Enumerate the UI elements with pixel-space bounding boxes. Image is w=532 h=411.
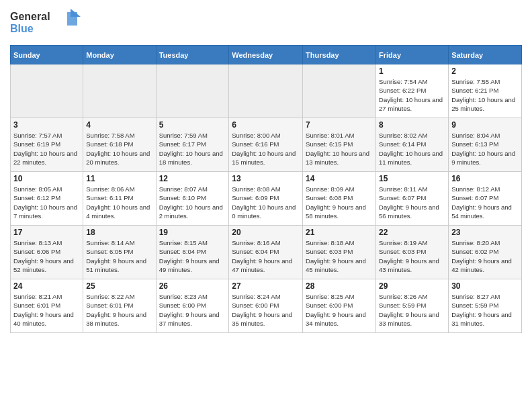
day-cell: 30Sunrise: 8:27 AMSunset: 5:59 PMDayligh… (449, 279, 522, 333)
weekday-header-friday: Friday (376, 46, 449, 64)
day-number: 18 (86, 228, 152, 237)
day-cell: 22Sunrise: 8:19 AMSunset: 6:03 PMDayligh… (376, 226, 449, 279)
day-info: Sunrise: 8:19 AMSunset: 6:03 PMDaylight:… (379, 238, 445, 274)
day-number: 3 (13, 120, 80, 130)
weekday-header-thursday: Thursday (303, 46, 376, 64)
week-row-4: 17Sunrise: 8:13 AMSunset: 6:06 PMDayligh… (11, 226, 522, 279)
day-info: Sunrise: 8:21 AMSunset: 6:01 PMDaylight:… (13, 292, 80, 328)
day-cell: 24Sunrise: 8:21 AMSunset: 6:01 PMDayligh… (11, 279, 83, 333)
day-cell: 28Sunrise: 8:25 AMSunset: 6:00 PMDayligh… (303, 279, 376, 333)
day-number: 12 (159, 174, 226, 183)
day-cell: 21Sunrise: 8:18 AMSunset: 6:03 PMDayligh… (303, 226, 376, 279)
day-info: Sunrise: 8:18 AMSunset: 6:03 PMDaylight:… (306, 238, 373, 274)
day-cell: 15Sunrise: 8:11 AMSunset: 6:07 PMDayligh… (376, 172, 449, 226)
logo: General Blue (10, 7, 84, 40)
day-info: Sunrise: 8:11 AMSunset: 6:07 PMDaylight:… (379, 185, 445, 220)
day-info: Sunrise: 8:13 AMSunset: 6:06 PMDaylight:… (13, 238, 80, 274)
day-cell: 17Sunrise: 8:13 AMSunset: 6:06 PMDayligh… (11, 226, 83, 279)
day-cell: 5Sunrise: 7:59 AMSunset: 6:17 PMDaylight… (156, 118, 229, 172)
day-info: Sunrise: 7:58 AMSunset: 6:18 PMDaylight:… (86, 131, 152, 167)
day-number: 25 (86, 281, 152, 291)
calendar: SundayMondayTuesdayWednesdayThursdayFrid… (10, 45, 522, 333)
week-row-5: 24Sunrise: 8:21 AMSunset: 6:01 PMDayligh… (11, 279, 522, 333)
day-info: Sunrise: 8:25 AMSunset: 6:00 PMDaylight:… (306, 292, 373, 328)
weekday-header-row: SundayMondayTuesdayWednesdayThursdayFrid… (11, 46, 522, 64)
day-cell: 2Sunrise: 7:55 AMSunset: 6:21 PMDaylight… (449, 64, 522, 118)
day-cell: 7Sunrise: 8:01 AMSunset: 6:15 PMDaylight… (303, 118, 376, 172)
day-number: 2 (451, 66, 519, 76)
day-number: 23 (451, 228, 519, 237)
day-info: Sunrise: 7:57 AMSunset: 6:19 PMDaylight:… (13, 131, 80, 167)
day-cell: 25Sunrise: 8:22 AMSunset: 6:01 PMDayligh… (83, 279, 156, 333)
day-number: 16 (451, 174, 519, 183)
day-number: 27 (232, 281, 300, 291)
day-info: Sunrise: 8:02 AMSunset: 6:14 PMDaylight:… (379, 131, 445, 167)
day-cell: 18Sunrise: 8:14 AMSunset: 6:05 PMDayligh… (83, 226, 156, 279)
day-number: 1 (379, 66, 445, 76)
page-container: General Blue SundayMondayTuesdayWednesda… (0, 0, 532, 340)
day-number: 13 (232, 174, 300, 183)
day-cell: 8Sunrise: 8:02 AMSunset: 6:14 PMDaylight… (376, 118, 449, 172)
day-cell: 4Sunrise: 7:58 AMSunset: 6:18 PMDaylight… (83, 118, 156, 172)
week-row-2: 3Sunrise: 7:57 AMSunset: 6:19 PMDaylight… (11, 118, 522, 172)
day-number: 29 (379, 281, 445, 291)
day-number: 4 (86, 120, 152, 130)
day-cell (11, 64, 83, 118)
day-cell (156, 64, 229, 118)
day-cell: 3Sunrise: 7:57 AMSunset: 6:19 PMDaylight… (11, 118, 83, 172)
day-info: Sunrise: 7:59 AMSunset: 6:17 PMDaylight:… (159, 131, 226, 167)
day-cell: 27Sunrise: 8:24 AMSunset: 6:00 PMDayligh… (229, 279, 303, 333)
day-number: 20 (232, 228, 300, 237)
weekday-header-sunday: Sunday (11, 46, 83, 64)
day-number: 14 (306, 174, 373, 183)
weekday-header-wednesday: Wednesday (229, 46, 303, 64)
day-cell (229, 64, 303, 118)
svg-text:Blue: Blue (10, 23, 34, 34)
day-info: Sunrise: 8:20 AMSunset: 6:02 PMDaylight:… (451, 238, 519, 274)
day-number: 5 (159, 120, 226, 130)
day-info: Sunrise: 8:24 AMSunset: 6:00 PMDaylight:… (232, 292, 300, 328)
day-number: 17 (13, 228, 80, 237)
day-info: Sunrise: 8:15 AMSunset: 6:04 PMDaylight:… (159, 238, 226, 274)
header: General Blue (10, 7, 522, 40)
day-number: 19 (159, 228, 226, 237)
svg-marker-3 (71, 9, 81, 17)
day-cell (83, 64, 156, 118)
day-number: 21 (306, 228, 373, 237)
day-info: Sunrise: 8:22 AMSunset: 6:01 PMDaylight:… (86, 292, 152, 328)
day-cell: 29Sunrise: 8:26 AMSunset: 5:59 PMDayligh… (376, 279, 449, 333)
day-number: 28 (306, 281, 373, 291)
day-info: Sunrise: 8:00 AMSunset: 6:16 PMDaylight:… (232, 131, 300, 167)
day-number: 22 (379, 228, 445, 237)
day-info: Sunrise: 8:08 AMSunset: 6:09 PMDaylight:… (232, 185, 300, 220)
svg-text:General: General (10, 11, 50, 22)
day-cell: 26Sunrise: 8:23 AMSunset: 6:00 PMDayligh… (156, 279, 229, 333)
day-info: Sunrise: 8:27 AMSunset: 5:59 PMDaylight:… (451, 292, 519, 328)
day-cell: 16Sunrise: 8:12 AMSunset: 6:07 PMDayligh… (449, 172, 522, 226)
day-cell: 23Sunrise: 8:20 AMSunset: 6:02 PMDayligh… (449, 226, 522, 279)
day-cell: 6Sunrise: 8:00 AMSunset: 6:16 PMDaylight… (229, 118, 303, 172)
week-row-1: 1Sunrise: 7:54 AMSunset: 6:22 PMDaylight… (11, 64, 522, 118)
weekday-header-tuesday: Tuesday (156, 46, 229, 64)
day-number: 7 (306, 120, 373, 130)
day-cell: 13Sunrise: 8:08 AMSunset: 6:09 PMDayligh… (229, 172, 303, 226)
day-cell (303, 64, 376, 118)
day-number: 11 (86, 174, 152, 183)
day-cell: 19Sunrise: 8:15 AMSunset: 6:04 PMDayligh… (156, 226, 229, 279)
day-cell: 10Sunrise: 8:05 AMSunset: 6:12 PMDayligh… (11, 172, 83, 226)
day-info: Sunrise: 8:12 AMSunset: 6:07 PMDaylight:… (451, 185, 519, 220)
day-number: 9 (451, 120, 519, 130)
day-number: 10 (13, 174, 80, 183)
day-cell: 11Sunrise: 8:06 AMSunset: 6:11 PMDayligh… (83, 172, 156, 226)
day-info: Sunrise: 8:16 AMSunset: 6:04 PMDaylight:… (232, 238, 300, 274)
day-info: Sunrise: 8:01 AMSunset: 6:15 PMDaylight:… (306, 131, 373, 167)
day-cell: 14Sunrise: 8:09 AMSunset: 6:08 PMDayligh… (303, 172, 376, 226)
day-info: Sunrise: 8:14 AMSunset: 6:05 PMDaylight:… (86, 238, 152, 274)
day-number: 6 (232, 120, 300, 130)
day-info: Sunrise: 8:09 AMSunset: 6:08 PMDaylight:… (306, 185, 373, 220)
day-info: Sunrise: 8:26 AMSunset: 5:59 PMDaylight:… (379, 292, 445, 328)
weekday-header-monday: Monday (83, 46, 156, 64)
logo-text: General Blue (10, 7, 84, 40)
day-number: 24 (13, 281, 80, 291)
day-cell: 20Sunrise: 8:16 AMSunset: 6:04 PMDayligh… (229, 226, 303, 279)
